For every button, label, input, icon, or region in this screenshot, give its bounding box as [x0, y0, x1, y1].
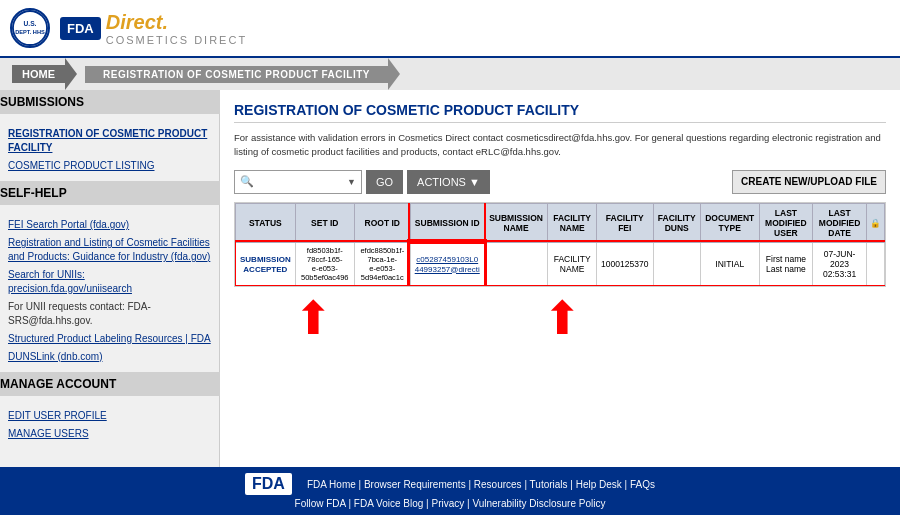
sidebar-item-reg-facility[interactable]: REGISTRATION OF COSMETIC PRODUCT FACILIT… [8, 125, 211, 157]
main-layout: SUBMISSIONS REGISTRATION OF COSMETIC PRO… [0, 90, 900, 467]
content-description: For assistance with validation errors in… [234, 131, 886, 160]
sidebar-item-cosmetic-listing[interactable]: COSMETIC PRODUCT LISTING [8, 157, 211, 175]
search-icon: 🔍 [240, 175, 254, 188]
footer-fda-logo: FDA [245, 473, 292, 495]
cell-last-modified-date: 07-JUN-202302:53:31 [813, 242, 867, 285]
cell-document-type: INITIAL [700, 242, 759, 285]
fda-badge: FDA [60, 17, 101, 40]
svg-text:DEPT. HHS: DEPT. HHS [15, 29, 45, 35]
footer-top: FDA FDA Home | Browser Requirements | Re… [8, 473, 892, 495]
direct-dot: . [162, 11, 168, 33]
breadcrumb: HOME REGISTRATION OF COSMETIC PRODUCT FA… [0, 58, 900, 90]
col-set-id: SET ID [295, 203, 354, 242]
sidebar-item-reg-listing[interactable]: Registration and Listing of Cosmetic Fac… [8, 234, 211, 266]
content-area: REGISTRATION OF COSMETIC PRODUCT FACILIT… [220, 90, 900, 467]
create-new-button[interactable]: CREATE NEW/UPLOAD FILE [732, 170, 886, 194]
page-title: REGISTRATION OF COSMETIC PRODUCT FACILIT… [234, 102, 886, 123]
breadcrumb-home[interactable]: HOME [12, 65, 65, 83]
breadcrumb-arrow-icon [65, 58, 77, 90]
go-button[interactable]: GO [366, 170, 403, 194]
cell-last-modified-user: First nameLast name [759, 242, 813, 285]
submissions-table: STATUS SET ID ROOT ID SUBMISSION ID SUBM… [234, 202, 886, 287]
cell-facility-name: FACILITYNAME [548, 242, 597, 285]
arrow-right-icon: ⬆ [543, 295, 582, 341]
cell-set-id: fd8503b1f-78ccf-165-e-e053-50b5ef0ac496 [295, 242, 354, 285]
actions-chevron-icon: ▼ [469, 176, 480, 188]
cell-root-id: efdc8850b1f-7bca-1e-e-e053-5d94ef0ac1c [354, 242, 410, 285]
arrow-left-icon: ⬆ [294, 295, 333, 341]
cell-facility-duns [653, 242, 700, 285]
selfhelp-section: FEI Search Portal (fda.gov) Registration… [0, 210, 219, 372]
submissions-section-title: SUBMISSIONS [0, 90, 227, 114]
col-lock: 🔒 [866, 203, 884, 242]
col-facility-fei: FACILITY FEI [596, 203, 653, 242]
col-submission-name: SUBMISSION NAME [484, 203, 548, 242]
selfhelp-section-title: SELF-HELP [0, 181, 227, 205]
footer-line2: Follow FDA | FDA Voice Blog | Privacy | … [8, 498, 892, 509]
col-root-id: ROOT ID [354, 203, 410, 242]
sidebar-item-manage-users[interactable]: MANAGE USERS [8, 425, 211, 443]
table: STATUS SET ID ROOT ID SUBMISSION ID SUBM… [235, 203, 885, 286]
table-row: SUBMISSIONACCEPTED fd8503b1f-78ccf-165-e… [236, 242, 885, 285]
arrow-indicators: ⬆ ⬆ [234, 287, 886, 349]
breadcrumb-current: REGISTRATION OF COSMETIC PRODUCT FACILIT… [85, 66, 388, 83]
sidebar: SUBMISSIONS REGISTRATION OF COSMETIC PRO… [0, 90, 220, 467]
sidebar-item-labeling[interactable]: Structured Product Labeling Resources | … [8, 330, 211, 348]
header-cosmetics: Cosmetics Direct [106, 34, 247, 46]
fda-logo: FDA Direct. Cosmetics Direct [60, 11, 247, 46]
col-last-modified-user: LAST MODIFIED USER [759, 203, 813, 242]
header-title: Direct. Cosmetics Direct [106, 11, 247, 46]
footer: FDA FDA Home | Browser Requirements | Re… [0, 467, 900, 515]
fda-seal: U.S. DEPT. HHS [10, 8, 50, 48]
actions-label: ACTIONS [417, 176, 466, 188]
col-facility-duns: FACILITY DUNS [653, 203, 700, 242]
col-last-modified-date: LAST MODIFIED DATE [813, 203, 867, 242]
col-facility-name: FACILITY NAME [548, 203, 597, 242]
col-submission-id: SUBMISSION ID [410, 203, 484, 242]
actions-button[interactable]: ACTIONS ▼ [407, 170, 490, 194]
table-header-row: STATUS SET ID ROOT ID SUBMISSION ID SUBM… [236, 203, 885, 242]
cell-lock [866, 242, 884, 285]
sidebar-item-edit-profile[interactable]: EDIT USER PROFILE [8, 407, 211, 425]
footer-line1: FDA Home | Browser Requirements | Resour… [307, 479, 655, 490]
breadcrumb-end-arrow [388, 58, 400, 90]
sidebar-unii-contact: For UNII requests contact: FDA-SRS@fda.h… [8, 298, 211, 330]
cell-submission-name [484, 242, 548, 285]
submission-id-link[interactable]: c05287459103L044993257@directi [415, 255, 480, 274]
header-direct-text: Direct. [106, 11, 247, 34]
cell-status: SUBMISSIONACCEPTED [236, 242, 296, 285]
col-document-type: DOCUMENT TYPE [700, 203, 759, 242]
svg-text:U.S.: U.S. [24, 20, 37, 27]
submissions-section: REGISTRATION OF COSMETIC PRODUCT FACILIT… [0, 119, 219, 181]
cell-submission-id[interactable]: c05287459103L044993257@directi [410, 242, 484, 285]
search-input[interactable] [257, 176, 347, 187]
sidebar-item-fei[interactable]: FEI Search Portal (fda.gov) [8, 216, 211, 234]
status-accepted-badge: SUBMISSIONACCEPTED [240, 255, 291, 274]
col-status: STATUS [236, 203, 296, 242]
direct-label: Direct [106, 11, 163, 33]
cell-facility-fei: 1000125370 [596, 242, 653, 285]
sidebar-item-duns[interactable]: DUNSLink (dnb.com) [8, 348, 211, 366]
search-dropdown-icon[interactable]: ▼ [347, 177, 356, 187]
manage-section-title: MANAGE ACCOUNT [0, 372, 227, 396]
toolbar: 🔍 ▼ GO ACTIONS ▼ CREATE NEW/UPLOAD FILE [234, 170, 886, 194]
search-box[interactable]: 🔍 ▼ [234, 170, 362, 194]
manage-section: EDIT USER PROFILE MANAGE USERS [0, 401, 219, 449]
header: U.S. DEPT. HHS FDA Direct. Cosmetics Dir… [0, 0, 900, 58]
sidebar-item-unii-search[interactable]: Search for UNIIs: precision.fda.gov/unii… [8, 266, 211, 298]
